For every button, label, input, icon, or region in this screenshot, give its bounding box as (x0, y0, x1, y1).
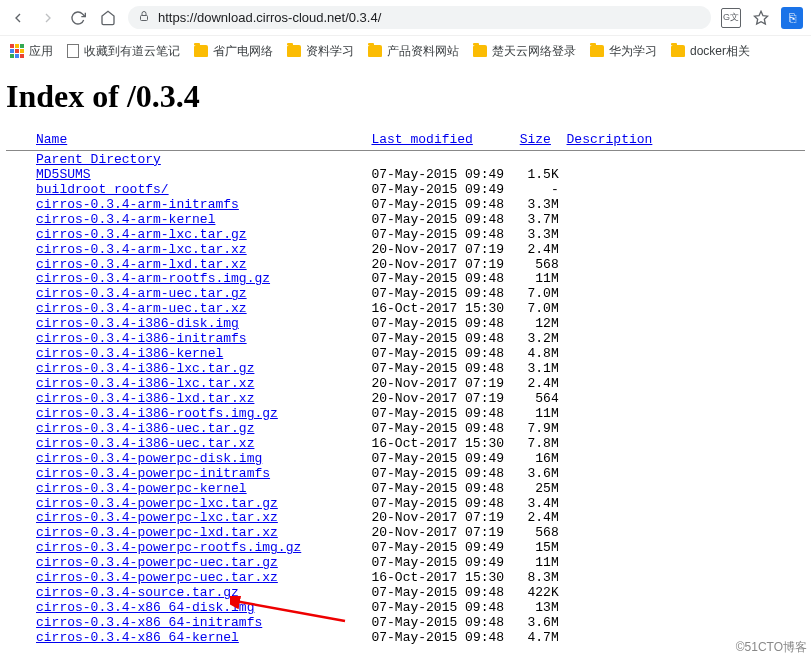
file-link[interactable]: cirros-0.3.4-arm-kernel (36, 212, 215, 227)
file-row: cirros-0.3.4-arm-uec.tar.gz 07-May-2015 … (6, 287, 805, 302)
file-row: cirros-0.3.4-x86 64-initramfs 07-May-201… (6, 616, 805, 631)
parent-directory-link[interactable]: Parent Directory (36, 152, 161, 167)
file-link[interactable]: cirros-0.3.4-i386-kernel (36, 346, 223, 361)
file-row: cirros-0.3.4-powerpc-initramfs 07-May-20… (6, 467, 805, 482)
file-row: cirros-0.3.4-i386-uec.tar.xz 16-Oct-2017… (6, 437, 805, 452)
file-link[interactable]: cirros-0.3.4-i386-lxc.tar.xz (36, 376, 254, 391)
bookmark-label: 楚天云网络登录 (492, 43, 576, 60)
file-link[interactable]: cirros-0.3.4-i386-initramfs (36, 331, 247, 346)
bookmark-item[interactable]: 资料学习 (287, 43, 354, 60)
file-row: cirros-0.3.4-arm-uec.tar.xz 16-Oct-2017 … (6, 302, 805, 317)
file-link[interactable]: cirros-0.3.4-powerpc-lxc.tar.gz (36, 496, 278, 511)
file-link[interactable]: cirros-0.3.4-arm-rootfs.img.gz (36, 271, 270, 286)
file-link[interactable]: cirros-0.3.4-arm-uec.tar.gz (36, 286, 247, 301)
folder-icon (368, 45, 382, 57)
file-row: cirros-0.3.4-arm-lxc.tar.gz 07-May-2015 … (6, 228, 805, 243)
folder-icon (287, 45, 301, 57)
folder-icon (671, 45, 685, 57)
file-row: cirros-0.3.4-source.tar.gz 07-May-2015 0… (6, 586, 805, 601)
file-link[interactable]: cirros-0.3.4-powerpc-uec.tar.xz (36, 570, 278, 585)
bookmark-item[interactable]: docker相关 (671, 43, 750, 60)
apps-label: 应用 (29, 43, 53, 60)
back-icon[interactable] (8, 8, 28, 28)
file-row: cirros-0.3.4-powerpc-uec.tar.gz 07-May-2… (6, 556, 805, 571)
file-link[interactable]: cirros-0.3.4-source.tar.gz (36, 585, 239, 600)
page-title: Index of /0.3.4 (6, 78, 805, 115)
file-link[interactable]: cirros-0.3.4-i386-disk.img (36, 316, 239, 331)
file-row: cirros-0.3.4-x86 64-kernel 07-May-2015 0… (6, 631, 805, 646)
file-row: cirros-0.3.4-i386-rootfs.img.gz 07-May-2… (6, 407, 805, 422)
bookmark-item[interactable]: 楚天云网络登录 (473, 43, 576, 60)
file-row: cirros-0.3.4-i386-kernel 07-May-2015 09:… (6, 347, 805, 362)
page-content: Index of /0.3.4 Name Last modified Size … (0, 66, 811, 648)
col-size[interactable]: Size (520, 132, 551, 147)
file-row: cirros-0.3.4-powerpc-kernel 07-May-2015 … (6, 482, 805, 497)
home-icon[interactable] (98, 8, 118, 28)
file-row: cirros-0.3.4-i386-lxd.tar.xz 20-Nov-2017… (6, 392, 805, 407)
file-row: cirros-0.3.4-arm-kernel 07-May-2015 09:4… (6, 213, 805, 228)
divider (6, 150, 805, 151)
file-link[interactable]: cirros-0.3.4-powerpc-initramfs (36, 466, 270, 481)
file-link[interactable]: cirros-0.3.4-arm-lxd.tar.xz (36, 257, 247, 272)
apps-icon (10, 44, 24, 58)
file-row: cirros-0.3.4-arm-lxd.tar.xz 20-Nov-2017 … (6, 258, 805, 273)
file-link[interactable]: cirros-0.3.4-powerpc-kernel (36, 481, 247, 496)
file-link[interactable]: cirros-0.3.4-powerpc-rootfs.img.gz (36, 540, 301, 555)
file-row: cirros-0.3.4-powerpc-lxc.tar.gz 07-May-2… (6, 497, 805, 512)
file-link[interactable]: cirros-0.3.4-arm-lxc.tar.xz (36, 242, 247, 257)
listing-header: Name Last modified Size Description (6, 133, 805, 148)
file-link[interactable]: cirros-0.3.4-i386-lxc.tar.gz (36, 361, 254, 376)
file-row: cirros-0.3.4-powerpc-disk.img 07-May-201… (6, 452, 805, 467)
file-link[interactable]: cirros-0.3.4-i386-lxd.tar.xz (36, 391, 254, 406)
file-link[interactable]: cirros-0.3.4-x86 64-kernel (36, 630, 239, 645)
file-link[interactable]: cirros-0.3.4-powerpc-uec.tar.gz (36, 555, 278, 570)
extension-icon[interactable]: ⎘ (781, 7, 803, 29)
file-link[interactable]: cirros-0.3.4-arm-initramfs (36, 197, 239, 212)
parent-row: Parent Directory (6, 153, 805, 168)
file-link[interactable]: cirros-0.3.4-arm-lxc.tar.gz (36, 227, 247, 242)
file-row: cirros-0.3.4-arm-rootfs.img.gz 07-May-20… (6, 272, 805, 287)
file-row: cirros-0.3.4-powerpc-uec.tar.xz 16-Oct-2… (6, 571, 805, 586)
file-link[interactable]: cirros-0.3.4-powerpc-lxd.tar.xz (36, 525, 278, 540)
url-text: https://download.cirros-cloud.net/0.3.4/ (158, 10, 701, 25)
col-name[interactable]: Name (36, 132, 67, 147)
file-link[interactable]: cirros-0.3.4-x86 64-disk.img (36, 600, 254, 615)
star-icon[interactable] (751, 8, 771, 28)
bookmark-label: docker相关 (690, 43, 750, 60)
file-link[interactable]: cirros-0.3.4-i386-uec.tar.gz (36, 421, 254, 436)
file-link[interactable]: cirros-0.3.4-powerpc-lxc.tar.xz (36, 510, 278, 525)
folder-icon (194, 45, 208, 57)
folder-icon (590, 45, 604, 57)
bookmark-item[interactable]: 产品资料网站 (368, 43, 459, 60)
svg-marker-1 (754, 11, 767, 24)
forward-icon[interactable] (38, 8, 58, 28)
file-link[interactable]: buildroot rootfs/ (36, 182, 169, 197)
file-link[interactable]: cirros-0.3.4-x86 64-initramfs (36, 615, 262, 630)
bookmark-label: 资料学习 (306, 43, 354, 60)
file-row: cirros-0.3.4-i386-uec.tar.gz 07-May-2015… (6, 422, 805, 437)
folder-icon (473, 45, 487, 57)
file-row: cirros-0.3.4-i386-initramfs 07-May-2015 … (6, 332, 805, 347)
translate-icon[interactable]: G文 (721, 8, 741, 28)
reload-icon[interactable] (68, 8, 88, 28)
watermark: ©51CTO博客 (736, 639, 807, 648)
bookmark-item[interactable]: 省广电网络 (194, 43, 273, 60)
col-modified[interactable]: Last modified (371, 132, 472, 147)
file-row: cirros-0.3.4-powerpc-lxc.tar.xz 20-Nov-2… (6, 511, 805, 526)
address-bar[interactable]: https://download.cirros-cloud.net/0.3.4/ (128, 6, 711, 29)
bookmark-item[interactable]: 收藏到有道云笔记 (67, 43, 180, 60)
bookmark-item[interactable]: 华为学习 (590, 43, 657, 60)
file-link[interactable]: cirros-0.3.4-i386-uec.tar.xz (36, 436, 254, 451)
browser-toolbar: https://download.cirros-cloud.net/0.3.4/… (0, 0, 811, 36)
file-row: buildroot rootfs/ 07-May-2015 09:49 - (6, 183, 805, 198)
file-row: cirros-0.3.4-arm-lxc.tar.xz 20-Nov-2017 … (6, 243, 805, 258)
bookmark-label: 华为学习 (609, 43, 657, 60)
apps-button[interactable]: 应用 (10, 43, 53, 60)
file-link[interactable]: MD5SUMS (36, 167, 91, 182)
col-desc[interactable]: Description (567, 132, 653, 147)
file-link[interactable]: cirros-0.3.4-arm-uec.tar.xz (36, 301, 247, 316)
file-link[interactable]: cirros-0.3.4-powerpc-disk.img (36, 451, 262, 466)
file-row: cirros-0.3.4-powerpc-rootfs.img.gz 07-Ma… (6, 541, 805, 556)
bookmark-label: 产品资料网站 (387, 43, 459, 60)
file-link[interactable]: cirros-0.3.4-i386-rootfs.img.gz (36, 406, 278, 421)
